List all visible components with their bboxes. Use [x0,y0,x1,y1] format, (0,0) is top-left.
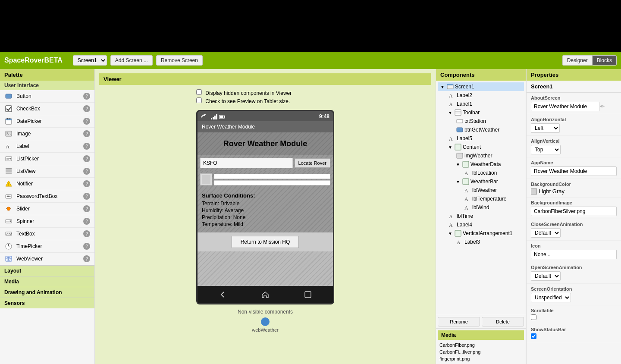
viewer-option-hidden[interactable]: Display hidden components in Viewer [196,89,292,96]
svg-point-17 [7,196,8,197]
timepicker-help[interactable]: ? [83,243,90,250]
checkbox-help[interactable]: ? [83,105,90,112]
tree-item-verticalarrangement1[interactable]: ▼ VerticalArrangement1 [438,229,524,238]
designer-button[interactable]: Designer [562,55,592,66]
tree-item-lblwind[interactable]: A lblWind [438,203,524,212]
palette-item-listview[interactable]: ListView ? [0,165,94,178]
notifier-help[interactable]: ? [83,180,90,187]
passwordtextbox-help[interactable]: ? [83,193,90,200]
palette-item-spinner[interactable]: Spinner ? [0,215,94,228]
palette-item-notifier[interactable]: ! Notifier ? [0,178,94,190]
non-visible-component[interactable]: webWeather [252,317,279,333]
textbox-help[interactable]: ? [83,230,90,237]
viewer-option-tablet[interactable]: Check to see Preview on Tablet size. [196,97,292,104]
phone-return-button[interactable]: Return to Mission HQ [232,236,299,248]
tree-item-label4[interactable]: A Label4 [438,220,524,229]
prop-value-alignhorizontal[interactable]: Left Center Right [531,123,560,133]
listpicker-help[interactable]: ? [83,155,90,162]
palette-section-drawing[interactable]: Drawing and Animation [0,287,94,298]
tree-item-label1[interactable]: A Label1 [438,100,524,108]
palette-item-slider[interactable]: Slider ? [0,203,94,215]
svg-rect-39 [202,175,210,184]
media-item-carbonfiber[interactable]: CarbonFiber.png [438,342,524,348]
prop-value-backgroundimage[interactable] [531,207,617,216]
delete-button[interactable]: Delete [482,317,524,326]
media-item-carbonfiber-silver[interactable]: CarbonFi...ilver.png [438,348,524,355]
prop-value-appname[interactable] [531,166,617,176]
palette-section-layout[interactable]: Layout [0,265,94,276]
prop-label-aboutscreen: AboutScreen [531,95,617,100]
image-help[interactable]: ? [83,130,90,137]
tree-label-verticalarrangement1: VerticalArrangement1 [463,230,512,236]
screen-selector[interactable]: Screen1 [73,55,107,66]
phone-titlebar: Rover Weather Module [198,121,333,132]
palette-item-datepicker[interactable]: DatePicker ? [0,115,94,128]
palette-item-passwordtextbox[interactable]: PasswordTextBox ? [0,190,94,203]
prop-screenorientation: ScreenOrientation Unspecified Portrait L… [527,284,621,305]
prop-edit-aboutscreen[interactable]: ✏ [599,104,605,110]
palette-item-checkbox[interactable]: CheckBox ? [0,103,94,115]
tree-item-screen1[interactable]: ▼ Screen1 [438,82,524,91]
hidden-components-checkbox[interactable] [196,89,202,95]
tree-item-weatherdata[interactable]: ▼ WeatherData [438,160,524,169]
nav-back-icon[interactable] [217,289,228,300]
tree-item-content[interactable]: ▼ Content [438,143,524,151]
tree-item-label2[interactable]: A Label2 [438,91,524,100]
rename-button[interactable]: Rename [438,317,480,326]
prop-value-scrollable[interactable] [531,314,536,320]
palette-section-media[interactable]: Media [0,276,94,287]
tree-toggle-content[interactable]: ▼ [447,144,453,150]
slider-help[interactable]: ? [83,205,90,212]
phone-station-input[interactable] [200,158,293,168]
nav-recents-icon[interactable] [303,289,313,300]
button-help[interactable]: ? [83,93,90,100]
palette-item-listpicker[interactable]: ListPicker ? [0,153,94,165]
tree-item-btngetweather[interactable]: btnGetWeather [438,126,524,134]
tree-item-label3[interactable]: A Label3 [438,238,524,246]
phone-locate-button[interactable]: Locate Rover [295,158,330,168]
tree-item-label5[interactable]: A Label5 [438,134,524,143]
prop-value-icon[interactable] [531,250,617,259]
palette-item-textbox[interactable]: abc TextBox ? [0,228,94,240]
tablet-preview-checkbox[interactable] [196,97,202,103]
nav-home-icon[interactable] [260,289,270,300]
webviewer-help[interactable]: ? [83,255,90,262]
prop-value-openscreenanimation[interactable]: Default [531,271,561,281]
tree-item-lbltemperature[interactable]: A lblTemperature [438,195,524,203]
prop-value-aboutscreen[interactable] [531,102,599,111]
tree-toggle-weatherdata[interactable]: ▼ [455,161,461,167]
prop-value-closescreenanimation[interactable]: Default [531,228,561,238]
palette-label-datepicker: DatePicker [16,118,83,124]
palette-item-label[interactable]: A Label ? [0,140,94,153]
tree-toggle-toolbar[interactable]: ▼ [447,110,453,116]
palette-item-button[interactable]: Button ? [0,90,94,103]
prop-value-screenorientation[interactable]: Unspecified Portrait Landscape [531,293,571,302]
label-help[interactable]: ? [83,143,90,150]
tree-item-lbllocation[interactable]: A lblLocation [438,169,524,177]
components-header: Components [436,69,526,81]
tree-item-imgweather[interactable]: imgWeather [438,151,524,160]
tree-toggle-screen1[interactable]: ▼ [439,84,445,90]
tree-item-toolbar[interactable]: ▼ Toolbar [438,108,524,117]
prop-value-showstatusbar[interactable] [531,333,536,339]
tree-item-txtstation[interactable]: txtStation [438,117,524,126]
tree-item-weatherbar[interactable]: ▼ WeatherBar [438,177,524,186]
palette-item-webviewer[interactable]: WebViewer ? [0,253,94,265]
blocks-button[interactable]: Blocks [592,55,617,66]
palette-item-image[interactable]: Image ? [0,128,94,140]
spinner-help[interactable]: ? [83,218,90,225]
tree-toggle-vertical[interactable]: ▼ [447,230,453,236]
tree-item-lblweather[interactable]: A lblWeather [438,186,524,195]
phone-status-bar: 9:48 [198,111,333,121]
tree-item-lbltime[interactable]: A lblTime [438,212,524,220]
palette-item-timepicker[interactable]: TimePicker ? [0,240,94,253]
prop-value-alignvertical[interactable]: Top Center Bottom [531,145,561,154]
add-screen-button[interactable]: Add Screen ... [110,55,153,66]
tree-toggle-weatherbar[interactable]: ▼ [455,179,461,185]
palette-section-sensors[interactable]: Sensors [0,298,94,308]
remove-screen-button[interactable]: Remove Screen [156,55,203,66]
media-item-fingerprint[interactable]: fingerprint.png [438,355,524,362]
tree-label-label1: Label1 [457,101,472,107]
listview-help[interactable]: ? [83,168,90,175]
datepicker-help[interactable]: ? [83,118,90,125]
